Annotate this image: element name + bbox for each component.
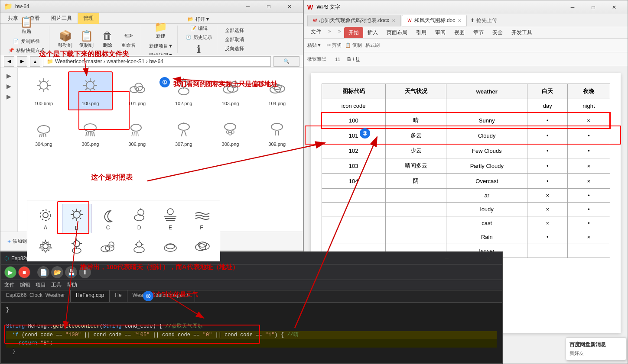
icon-sun2[interactable]: [62, 235, 91, 258]
icon-C[interactable]: C: [93, 204, 123, 233]
file-item[interactable]: 306.png: [114, 112, 159, 151]
file-item-selected[interactable]: 100.png: [68, 71, 113, 110]
paste-icon: 📋: [20, 17, 33, 27]
wps-rtab-start[interactable]: 开始: [344, 27, 363, 38]
wps-minimize[interactable]: ─: [563, 2, 582, 13]
arduino-maximize[interactable]: □: [458, 253, 478, 264]
wps-rtab-security[interactable]: 安全: [488, 27, 507, 38]
up-button[interactable]: ▲: [30, 56, 40, 67]
move-to-button[interactable]: 📦 移动到: [55, 29, 75, 50]
arduino-file-btn[interactable]: 📄: [37, 266, 49, 278]
file-item[interactable]: 104.png: [254, 71, 299, 110]
arduino-ftab-hefeng[interactable]: HeFeng.cpp: [71, 290, 110, 302]
rename-button[interactable]: ✏ 重命名: [119, 29, 138, 50]
invert-select-button[interactable]: 反向选择: [223, 45, 246, 53]
wps-tab-hefeng[interactable]: W 和风天气图标.doc ✕: [402, 15, 467, 26]
baidu-popup[interactable]: 百度网盘新消息 新好友: [566, 337, 626, 361]
icon-D[interactable]: D: [124, 204, 154, 233]
arduino-menu-file[interactable]: 文件: [4, 281, 15, 289]
file-item[interactable]: 308.png: [208, 112, 253, 151]
forward-button[interactable]: ▶: [17, 56, 27, 67]
copy-to-button[interactable]: 📋 复制到: [77, 29, 96, 50]
select-all-button[interactable]: 全部选择: [223, 26, 246, 35]
arduino-stop-btn[interactable]: ■: [18, 266, 30, 278]
add-to-button[interactable]: + 添加到: [6, 237, 29, 246]
file-item[interactable]: 304.png: [21, 112, 66, 151]
tab-manage[interactable]: 管理: [78, 13, 99, 24]
delete-button[interactable]: 🗑 删除: [98, 29, 117, 50]
new-item-button[interactable]: 新建项目▼: [147, 42, 175, 50]
wps-file-menu[interactable]: 文件: [307, 27, 325, 38]
minimize-button[interactable]: ─: [238, 1, 258, 12]
wps-rtab-view[interactable]: 视图: [450, 27, 469, 38]
arduino-menu-edit[interactable]: 编辑: [20, 281, 30, 289]
file-icon: [218, 116, 242, 141]
wps-tab-close2[interactable]: ✕: [458, 18, 461, 23]
icon-cloud2[interactable]: [93, 235, 123, 258]
file-item[interactable]: 101.png: [114, 71, 159, 110]
deselect-button[interactable]: 全部取消: [223, 35, 246, 44]
file-item[interactable]: 309.png: [254, 112, 299, 151]
maximize-button[interactable]: □: [259, 1, 279, 12]
arduino-save-btn[interactable]: 💾: [65, 266, 77, 278]
history-button[interactable]: 🕐 历史记录: [184, 33, 214, 42]
icon-F[interactable]: F: [187, 204, 216, 233]
arduino-play-btn[interactable]: ▶: [4, 266, 16, 278]
icon-gear2[interactable]: [31, 235, 60, 258]
font-name[interactable]: 微软雅黑: [307, 56, 333, 62]
arduino-minimize[interactable]: ─: [437, 253, 457, 264]
arduino-menu-project[interactable]: 项目: [36, 281, 46, 289]
file-item[interactable]: 103.png: [208, 71, 253, 110]
expand-arrow3[interactable]: ▶: [6, 92, 12, 101]
wps-expand2[interactable]: »: [335, 27, 345, 38]
tab-picture-tools[interactable]: 图片工具: [46, 13, 78, 23]
paste-shortcut-button[interactable]: 📌 粘贴快捷方式: [7, 46, 46, 55]
code-line-2: [6, 314, 497, 322]
expand-arrow2[interactable]: ▶: [6, 82, 12, 90]
wps-rtab-dev[interactable]: 开发工具: [507, 27, 537, 38]
close-button[interactable]: ✕: [280, 1, 299, 12]
arduino-close[interactable]: ✕: [478, 253, 498, 264]
wps-maximize[interactable]: □: [583, 2, 603, 13]
arduino-ftab-he[interactable]: He: [110, 290, 127, 302]
file-item[interactable]: 305.png: [68, 112, 113, 151]
underline-btn[interactable]: U: [356, 56, 360, 62]
arduino-upload-btn[interactable]: ⬆: [79, 266, 91, 278]
arduino-menu-help[interactable]: 帮助: [67, 281, 77, 289]
file-item[interactable]: 102.png: [161, 71, 206, 110]
file-item[interactable]: 307.png: [161, 112, 206, 151]
wps-rtab-ref[interactable]: 引用: [412, 27, 431, 38]
icon-E[interactable]: E: [156, 204, 185, 233]
icon-A[interactable]: A: [31, 204, 60, 233]
edit-button[interactable]: 📝 编辑: [189, 24, 209, 32]
wps-expand1[interactable]: »: [325, 27, 335, 38]
paste-button[interactable]: 📋 粘贴: [17, 15, 36, 36]
wps-rtab-insert[interactable]: 插入: [363, 27, 382, 38]
address-path[interactable]: 📁 WeatherIcon-master › weather-icon-S1 ›…: [43, 56, 271, 67]
wps-tab-close[interactable]: ✕: [392, 18, 395, 23]
wps-upload-btn[interactable]: ⬆ 抢先上传: [468, 17, 499, 24]
file-item[interactable]: 100.bmp: [21, 71, 66, 110]
arduino-ftab-images[interactable]: WeatherStationImages.h: [127, 290, 195, 302]
arduino-menu-tools[interactable]: 工具: [51, 281, 62, 289]
arduino-ftab-main[interactable]: Esp8266_Clock_Weather: [1, 290, 71, 302]
copy-path-button[interactable]: 📄 复制路径: [11, 37, 42, 45]
italic-btn[interactable]: I: [353, 56, 354, 62]
wps-rtab-chapter[interactable]: 章节: [469, 27, 488, 38]
bold-btn[interactable]: B: [347, 56, 351, 62]
back-button[interactable]: ◀: [4, 56, 14, 67]
open-button[interactable]: 📂 打开▼: [186, 15, 212, 23]
wps-tab-xinzhi[interactable]: W 心知天气现象代码对照表.docx ✕: [307, 15, 401, 26]
icon-d2[interactable]: [124, 235, 154, 258]
search-button[interactable]: 🔍: [273, 56, 299, 67]
icon-B[interactable]: B: [62, 204, 91, 233]
wps-close[interactable]: ✕: [604, 2, 624, 13]
wps-rtab-layout[interactable]: 页面布局: [382, 27, 412, 38]
new-button[interactable]: 📁 新建: [151, 20, 170, 41]
icon-e2[interactable]: [156, 235, 185, 258]
expand-arrow[interactable]: ▶: [6, 71, 12, 80]
font-size[interactable]: 11: [335, 57, 345, 62]
icon-f2[interactable]: [187, 235, 216, 258]
arduino-open-btn[interactable]: 📂: [51, 266, 63, 278]
wps-rtab-review[interactable]: 审阅: [431, 27, 450, 38]
